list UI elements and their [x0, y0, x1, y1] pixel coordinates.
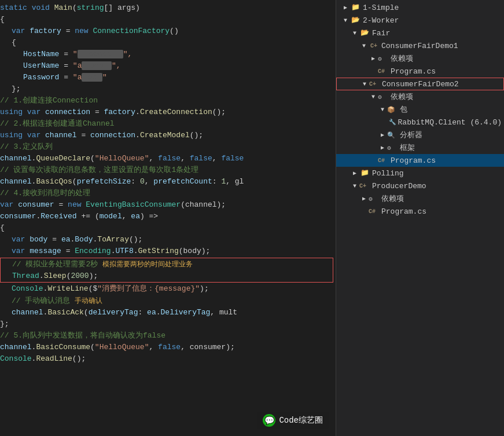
code-line: channel.BasicQos(prefetchSize: 0, prefet…: [0, 176, 336, 188]
tree-label: RabbitMQ.Client (6.4.0): [398, 118, 502, 127]
tree-item-analyzer[interactable]: 🔍 分析器: [336, 129, 504, 141]
tree-arrow: [341, 4, 350, 11]
tree-item-dep1[interactable]: ⚙ 依赖项: [336, 52, 504, 65]
cs-proj-icon: C+: [369, 43, 379, 49]
keyword-static: static: [0, 2, 27, 14]
cs-proj-icon: C+: [369, 81, 380, 87]
code-line: {: [0, 37, 336, 49]
code-line: {: [0, 14, 336, 25]
tree-arrow: [369, 55, 378, 62]
code-line: // 手动确认消息 手动确认: [0, 295, 336, 307]
tree-label: 依赖项: [391, 91, 413, 102]
annotation-manual: 手动确认: [75, 295, 102, 306]
code-line: var message = Encoding.UTF8.GetString(bo…: [0, 246, 336, 257]
code-line: Console.ReadLine();: [0, 353, 336, 365]
code-line: // 4.接收到消息时的处理: [0, 188, 336, 199]
tree-item-prog2[interactable]: C# Program.cs: [336, 154, 504, 167]
watermark: 💬 Code综艺圈: [257, 412, 329, 429]
watermark-text: Code综艺圈: [279, 415, 323, 426]
tree-label: ProducerDemo: [372, 182, 426, 190]
code-line: using var connection = factory.CreateCon…: [0, 107, 336, 118]
folder-open-icon: [359, 28, 370, 38]
cs-proj-icon: C+: [359, 183, 370, 189]
tree-item-fair[interactable]: Fair: [336, 27, 504, 39]
cs-file-icon: C#: [369, 208, 379, 215]
tree-item-consumerfairdemo2[interactable]: C+ ConsumerFairDemo2: [336, 78, 504, 90]
tree-label: 2-Worker: [363, 16, 399, 25]
tree-item-polling[interactable]: Polling: [336, 167, 504, 179]
tree-label: 分析器: [400, 130, 422, 140]
folder-icon: [359, 168, 370, 178]
code-line: channel.BasicAck(deliveryTag: ea.Deliver…: [0, 307, 336, 318]
tree-label: 1-Simple: [363, 3, 399, 12]
tree-item-dep2[interactable]: ⚙ 依赖项: [336, 90, 504, 103]
tree-item-consumerfairdemo1[interactable]: C+ ConsumerFairDemo1: [336, 39, 504, 52]
tree-item-1-simple[interactable]: 1-Simple: [336, 1, 504, 14]
code-line: var factory = new ConnectionFactory(): [0, 25, 336, 37]
tree-arrow: [369, 94, 378, 100]
tree-label: ConsumerFairDemo2: [382, 80, 459, 89]
tree-label: 依赖项: [381, 193, 404, 204]
tree-label: Fair: [372, 29, 390, 38]
code-line: channel.BasicConsume("HelloQueue", false…: [0, 342, 336, 353]
folder-icon: [350, 3, 360, 12]
code-line: // 模拟业务处理需要2秒 模拟需要两秒的时间处理业务: [1, 258, 333, 270]
code-line: // 3.定义队列: [0, 141, 336, 153]
boxed-section: // 模拟业务处理需要2秒 模拟需要两秒的时间处理业务 Thread.Sleep…: [0, 258, 333, 283]
ref-icon: ⚙: [378, 93, 388, 101]
code-line: Console.WriteLine($"消费到了信息：{message}");: [0, 283, 336, 295]
tree-label: Program.cs: [391, 156, 436, 165]
code-line: // 设置每次读取的消息条数，这里设置的是每次取1条处理: [0, 164, 336, 176]
tree-label: 包: [400, 104, 407, 115]
code-line: using var channel = connection.CreateMod…: [0, 130, 336, 141]
tree-label: ConsumerFairDemo1: [381, 42, 458, 50]
code-line: var body = ea.Body.ToArray();: [0, 234, 336, 246]
tree-item-dep3[interactable]: ⚙ 依赖项: [336, 192, 504, 205]
tree-label: Program.cs: [381, 207, 426, 216]
tree-item-prog1[interactable]: C# Program.cs: [336, 65, 504, 78]
code-line: {: [0, 222, 336, 234]
tree-arrow: [350, 183, 359, 189]
tree-label: 依赖项: [391, 53, 413, 64]
tree-item-rabbitmq[interactable]: 🔧 RabbitMQ.Client (6.4.0): [336, 116, 504, 129]
code-line: };: [0, 83, 336, 95]
code-line: };: [0, 318, 336, 330]
tree-label: 框架: [400, 142, 415, 153]
tree-arrow: [378, 107, 387, 113]
tree-label: Polling: [372, 169, 404, 178]
tree-arrow: [360, 81, 369, 87]
code-line: var consumer = new EventingBasicConsumer…: [0, 199, 336, 211]
tree-item-producerdemo[interactable]: C+ ProducerDemo: [336, 179, 504, 192]
tree-arrow: [350, 170, 359, 177]
tree-arrow: [378, 131, 387, 138]
tree-arrow: [350, 30, 359, 36]
code-line: // 1.创建连接Connection: [0, 95, 336, 107]
code-line: Password = "a●●": [0, 72, 336, 83]
watermark-icon: 💬: [263, 414, 275, 427]
cs-file-icon: C#: [378, 157, 388, 164]
frame-icon: ⚙: [387, 144, 398, 152]
ref-icon: ⚙: [378, 55, 388, 63]
pkg-icon: 📦: [387, 106, 398, 113]
code-line: // 2.根据连接创建通道Channel: [0, 118, 336, 130]
tree-item-pkg[interactable]: 📦 包: [336, 103, 504, 116]
tree-label: Program.cs: [391, 67, 436, 76]
tree-arrow: [378, 144, 387, 151]
cs-file-icon: C#: [378, 68, 388, 75]
code-line: static void Main(string[] args): [0, 2, 336, 14]
tree-arrow: [359, 195, 369, 202]
ref-icon: ⚙: [369, 195, 379, 203]
file-tree-panel: 1-Simple 2-Worker Fair C+ ConsumerFairDe…: [336, 0, 504, 436]
tree-item-2-worker[interactable]: 2-Worker: [336, 14, 504, 27]
tree-item-prog3[interactable]: C# Program.cs: [336, 205, 504, 218]
code-line: UserName = "a●●●",: [0, 60, 336, 72]
code-line: Thread.Sleep(2000);: [1, 270, 333, 282]
annotation-text: 模拟需要两秒的时间处理业务: [102, 258, 193, 270]
code-line: HostName = "●●●●●",: [0, 49, 336, 60]
nuget-icon: 🔧: [389, 119, 396, 126]
tree-item-frame[interactable]: ⚙ 框架: [336, 141, 504, 154]
keyword-void: void: [32, 2, 50, 14]
analyzer-icon: 🔍: [387, 131, 398, 139]
tree-arrow: [341, 17, 350, 24]
code-line: // 5.向队列中发送数据，将自动确认改为false: [0, 330, 336, 342]
